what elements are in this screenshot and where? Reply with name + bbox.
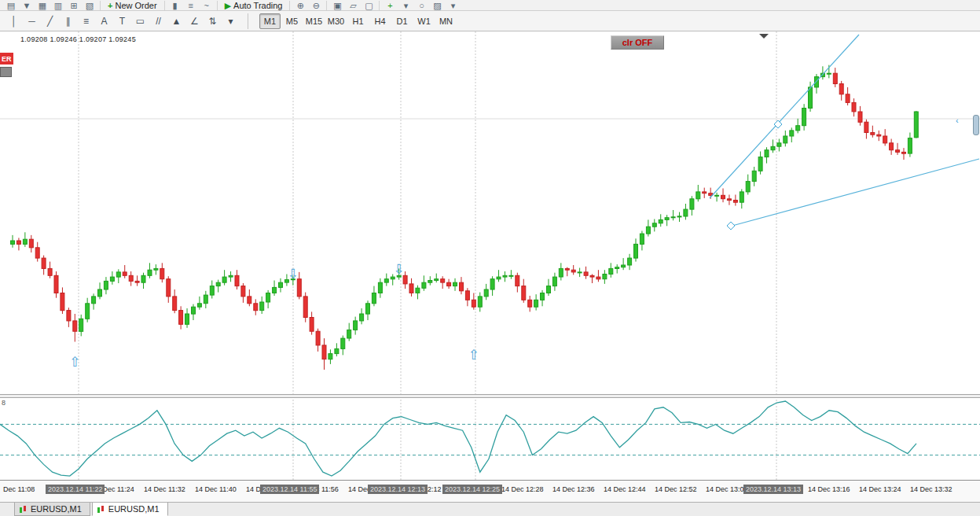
candle-body xyxy=(378,282,382,293)
price-chart[interactable]: ⇧⇩⇩⇧‹ xyxy=(0,31,980,480)
templates-icon[interactable]: ▨ xyxy=(429,0,445,10)
chart-tab-icon xyxy=(19,505,28,514)
candle-body xyxy=(297,279,301,297)
timeframe-m5[interactable]: M5 xyxy=(281,13,303,29)
zoom-in-icon[interactable]: ⊕ xyxy=(292,0,308,10)
clr-off-button[interactable]: clr OFF xyxy=(611,35,664,50)
candle-body xyxy=(154,268,158,270)
chart-region[interactable]: ⇧⇩⇩⇧‹ 1.09208 1.09246 1.09207 1.09245 cl… xyxy=(0,31,980,502)
candle-body xyxy=(260,302,264,311)
candle-body xyxy=(534,300,538,307)
periods-icon[interactable]: ○ xyxy=(413,0,429,10)
timeframe-w1[interactable]: W1 xyxy=(413,13,435,29)
candle-body xyxy=(908,138,912,154)
timeframe-m30[interactable]: M30 xyxy=(325,13,347,29)
candle-body xyxy=(559,268,563,277)
candle-body xyxy=(684,209,688,216)
timeframe-m1[interactable]: M1 xyxy=(259,13,281,29)
candle-body xyxy=(784,136,787,143)
sell-arrow-icon[interactable]: ⇩ xyxy=(394,261,405,277)
timeframe-mn[interactable]: MN xyxy=(435,13,457,29)
candle-body xyxy=(883,136,887,143)
indicators-icon[interactable]: + xyxy=(382,0,398,10)
candle-body xyxy=(727,199,731,201)
ohlc-readout: 1.09208 1.09246 1.09207 1.09245 xyxy=(20,35,136,43)
timeframe-h1[interactable]: H1 xyxy=(347,13,369,29)
arrange-windows-icon[interactable]: ▢ xyxy=(361,0,376,10)
candle-body xyxy=(104,281,108,289)
time-label: 14 Dec 12:28 xyxy=(501,485,544,493)
toolbar-separator xyxy=(248,13,248,29)
market-watch-icon[interactable]: ▦ xyxy=(35,0,50,10)
dropdown-arrow-icon[interactable]: ▾ xyxy=(445,0,461,10)
horizontal-line-tool-icon[interactable]: ─ xyxy=(23,13,41,29)
timeframe-d1[interactable]: D1 xyxy=(391,13,413,29)
time-label-highlighted: 2023.12.14 13:13 xyxy=(743,485,803,494)
timeframe-m15[interactable]: M15 xyxy=(303,13,325,29)
candle-body xyxy=(565,268,569,270)
fibonacci-tool-icon[interactable]: ≡ xyxy=(77,13,95,29)
drawing-tools-group: │─╱∥≡AT▭//▲∠⇅▾ xyxy=(5,13,240,29)
label-tool-icon[interactable]: T xyxy=(113,13,131,29)
buy-arrow-icon[interactable]: ⇧ xyxy=(468,347,479,363)
sell-arrow-icon[interactable]: ⇩ xyxy=(288,266,299,282)
price-scale-thumb[interactable] xyxy=(973,115,979,135)
tile-windows-icon[interactable]: ▣ xyxy=(329,0,345,10)
terminal-icon[interactable]: ▧ xyxy=(82,0,97,10)
rectangle-tool-icon[interactable]: ▭ xyxy=(131,13,149,29)
candle-body xyxy=(17,241,20,244)
candle-body xyxy=(802,109,806,126)
candle-body xyxy=(665,218,669,220)
data-window-icon[interactable]: ▥ xyxy=(50,0,66,10)
channel-tool-icon[interactable]: ∥ xyxy=(59,13,77,29)
candle-body xyxy=(790,131,794,136)
auto-trading-button[interactable]: ▶Auto Trading xyxy=(220,0,288,10)
price-pane-bg xyxy=(0,31,980,394)
mt4-window: ▤▼▦▥⊞▧+New Order▮≡~▶Auto Trading⊕⊖▣▱▢+▾○… xyxy=(0,0,980,516)
indicator-value-label: 8 xyxy=(2,399,6,407)
candle-body xyxy=(428,281,432,283)
candle-body xyxy=(890,143,894,150)
candle-body xyxy=(235,275,239,286)
candle-body xyxy=(690,199,694,209)
candle-body xyxy=(141,275,145,282)
auto-trading-icon: ▶ xyxy=(225,1,231,10)
navigator-icon[interactable]: ⊞ xyxy=(66,0,82,10)
time-label-highlighted: 2023.12.14 12:25 xyxy=(442,485,502,494)
triangle-tool-icon[interactable]: ▲ xyxy=(167,13,185,29)
time-label: 14 Dec 13:32 xyxy=(910,485,952,493)
candlestick-chart-icon[interactable]: ▮ xyxy=(167,0,183,10)
zoom-out-icon[interactable]: ⊖ xyxy=(308,0,324,10)
candle-body xyxy=(197,304,201,307)
candle-body xyxy=(179,311,183,325)
new-order-button[interactable]: +New Order xyxy=(103,0,162,10)
line-chart-icon[interactable]: ~ xyxy=(199,0,215,10)
text-tool-icon[interactable]: A xyxy=(95,13,113,29)
angle-tool-icon[interactable]: ∠ xyxy=(185,13,204,29)
new-chart-icon[interactable]: ▤ xyxy=(3,0,19,10)
chart-tab[interactable]: EURUSD,M1 xyxy=(14,503,90,516)
profiles-icon[interactable]: ▼ xyxy=(19,0,35,10)
left-red-badge: ER xyxy=(0,53,13,64)
trendline-tool-icon[interactable]: ╱ xyxy=(41,13,59,29)
bar-chart-icon[interactable]: ≡ xyxy=(183,0,199,10)
dropdown-arrow-icon[interactable]: ▾ xyxy=(398,0,413,10)
candle-body xyxy=(23,239,27,244)
candle-body xyxy=(528,300,532,307)
time-label-highlighted: 2023.12.14 11:22 xyxy=(46,485,105,494)
timeframe-h4[interactable]: H4 xyxy=(369,13,391,29)
buy-arrow-icon[interactable]: ⇧ xyxy=(69,354,80,370)
arrows-tool-icon[interactable]: ⇅ xyxy=(204,13,222,29)
time-label: 14 Dec 12:36 xyxy=(552,485,595,493)
bid-price-marker: ‹ xyxy=(956,116,959,125)
cursor-tool-icon[interactable]: │ xyxy=(5,13,23,29)
candle-body xyxy=(354,321,358,330)
chart-tab-active[interactable]: EURUSD,M1 xyxy=(92,503,168,516)
candle-body xyxy=(596,277,600,279)
candle-body xyxy=(92,297,96,304)
candle-body xyxy=(148,270,152,275)
dropdown-arrow-icon[interactable]: ▾ xyxy=(222,13,240,29)
parallel-lines-tool-icon[interactable]: // xyxy=(149,13,167,29)
candle-body xyxy=(659,219,663,223)
cascade-windows-icon[interactable]: ▱ xyxy=(345,0,361,10)
